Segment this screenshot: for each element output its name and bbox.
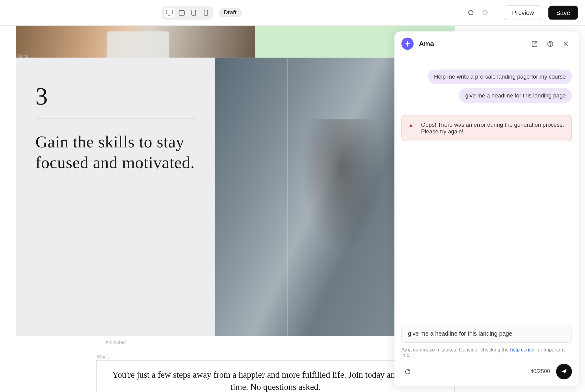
ai-avatar: [401, 37, 413, 50]
main-content-row[interactable]: 3 Gain the skills to stay focused and mo…: [16, 58, 455, 336]
user-message: give me a headline for this landing page: [459, 88, 572, 103]
user-message: Help me write a pre-sale landing page fo…: [428, 69, 572, 84]
device-desktop-button[interactable]: [164, 7, 175, 18]
device-switcher: [162, 6, 213, 20]
ai-disclaimer: Ama can make mistakes. Consider checking…: [401, 347, 572, 357]
undo-icon: [467, 9, 474, 16]
undo-button[interactable]: [464, 7, 477, 19]
block-label: Block: [97, 354, 109, 359]
top-toolbar: Draft Preview Save: [0, 0, 585, 26]
external-link-icon: [531, 41, 538, 47]
ai-prompt-input[interactable]: [401, 325, 572, 343]
error-message: ▲ Oops! There was an error during the ge…: [401, 115, 572, 141]
warning-icon: ▲: [408, 122, 414, 129]
hero-photo: [16, 26, 255, 58]
help-center-link[interactable]: help center: [510, 347, 535, 352]
svg-rect-2: [179, 10, 184, 15]
error-text: Oops! There was an error during the gene…: [421, 122, 564, 135]
cta-text[interactable]: You're just a few steps away from a happ…: [107, 369, 444, 392]
top-strip-block[interactable]: [16, 26, 455, 58]
svg-rect-3: [192, 10, 196, 15]
close-icon: [563, 41, 569, 47]
close-button[interactable]: [560, 37, 572, 50]
redo-button[interactable]: [479, 7, 491, 19]
device-mobile-button[interactable]: [200, 7, 211, 18]
card-number: 3: [35, 82, 196, 110]
sparkle-icon: [404, 41, 410, 47]
send-button[interactable]: [556, 364, 572, 380]
redo-icon: [482, 9, 489, 16]
svg-rect-0: [166, 10, 172, 14]
svg-point-6: [550, 45, 550, 45]
ai-input-area: Ama can make mistakes. Consider checking…: [394, 325, 579, 386]
desktop-icon: [166, 10, 173, 16]
ai-assistant-panel: Ama Help me write a pre-sale landing pag…: [394, 31, 579, 386]
card-divider: [35, 118, 196, 118]
preview-button[interactable]: Preview: [504, 5, 542, 20]
refresh-icon: [404, 368, 411, 375]
laptop-icon: [178, 10, 185, 16]
ai-panel-title: Ama: [419, 40, 434, 48]
device-laptop-button[interactable]: [176, 7, 187, 18]
toolbar-right: Preview Save: [464, 5, 578, 20]
help-icon: [547, 41, 553, 47]
svg-rect-1: [168, 15, 171, 16]
popout-button[interactable]: [528, 37, 540, 50]
animated-label: Animated: [105, 340, 126, 345]
card-heading[interactable]: Gain the skills to stay focused and moti…: [35, 132, 196, 173]
svg-rect-4: [204, 10, 207, 15]
feature-card[interactable]: 3 Gain the skills to stay focused and mo…: [16, 58, 215, 336]
ai-chat-area: Help me write a pre-sale landing page fo…: [394, 56, 579, 325]
help-button[interactable]: [544, 37, 556, 50]
device-tablet-button[interactable]: [188, 7, 199, 18]
regenerate-button[interactable]: [401, 366, 413, 378]
ai-panel-header: Ama: [394, 31, 579, 56]
mobile-icon: [204, 10, 208, 16]
save-button[interactable]: Save: [548, 6, 578, 20]
send-icon: [561, 368, 568, 375]
character-count: 40/2500: [530, 369, 550, 375]
tablet-icon: [191, 10, 196, 16]
status-badge: Draft: [219, 8, 242, 17]
